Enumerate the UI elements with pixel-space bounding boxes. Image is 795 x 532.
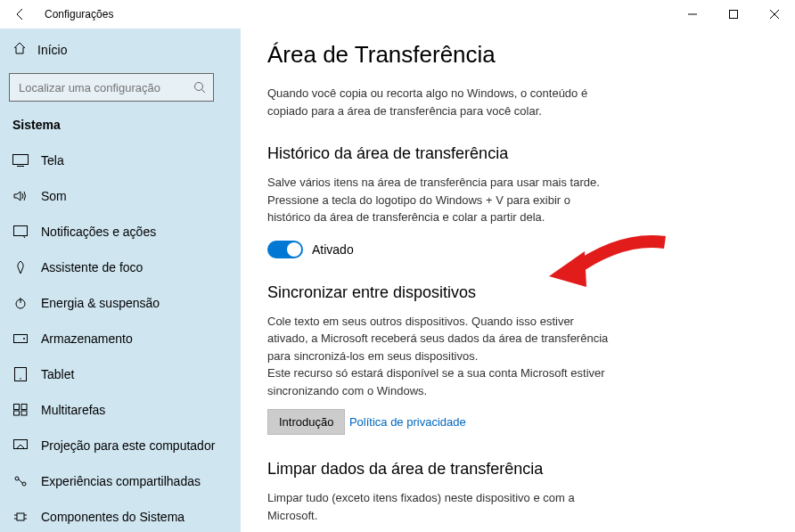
nav-label: Tablet	[41, 367, 74, 381]
svg-rect-6	[13, 155, 29, 165]
category-label: Sistema	[0, 112, 241, 143]
sync-desc1: Cole texto em seus outros dispositivos. …	[267, 313, 615, 365]
nav-label: Armazenamento	[41, 331, 133, 346]
page-title: Área de Transferência	[267, 41, 768, 69]
home-button[interactable]: Início	[0, 32, 241, 68]
nav-som[interactable]: Som	[0, 178, 241, 214]
nav-multitarefas[interactable]: Multitarefas	[0, 392, 241, 428]
project-icon	[12, 438, 29, 454]
power-icon	[12, 295, 29, 311]
close-button[interactable]	[754, 0, 795, 29]
nav-label: Tela	[41, 153, 64, 168]
back-button[interactable]	[12, 6, 29, 22]
svg-rect-11	[14, 335, 28, 343]
nav-energia[interactable]: Energia & suspensão	[0, 285, 241, 321]
storage-icon	[12, 331, 29, 347]
search-icon	[186, 81, 213, 94]
history-heading: Histórico da área de transferência	[267, 144, 768, 163]
home-label: Início	[37, 43, 67, 57]
history-toggle-label: Ativado	[312, 242, 354, 257]
nav-notificacoes[interactable]: Notificações e ações	[0, 214, 241, 250]
sync-desc2: Este recurso só estará disponível se a s…	[267, 364, 615, 399]
svg-rect-1	[730, 11, 738, 19]
nav-label: Som	[41, 189, 67, 203]
svg-point-4	[195, 83, 203, 91]
nav-label: Componentes do Sistema	[41, 510, 184, 524]
minimize-button[interactable]	[672, 0, 713, 29]
svg-point-14	[20, 378, 21, 380]
multitask-icon	[12, 402, 29, 418]
nav-label: Energia & suspensão	[41, 296, 160, 310]
sound-icon	[12, 188, 29, 204]
nav-tablet[interactable]: Tablet	[0, 356, 241, 392]
components-icon	[12, 509, 29, 525]
nav-list: Tela Som Notificações e ações Assistente…	[0, 143, 241, 532]
titlebar: Configurações	[0, 0, 795, 29]
nav-componentes[interactable]: Componentes do Sistema	[0, 499, 241, 532]
svg-rect-17	[14, 411, 20, 415]
intro-button[interactable]: Introdução	[267, 409, 345, 435]
svg-rect-18	[21, 411, 27, 415]
history-desc: Salve vários itens na área de transferên…	[267, 174, 615, 226]
focus-icon	[12, 259, 29, 275]
nav-assistente-foco[interactable]: Assistente de foco	[0, 250, 241, 285]
nav-label: Notificações e ações	[41, 225, 156, 239]
home-icon	[12, 41, 27, 59]
nav-label: Multitarefas	[41, 403, 105, 417]
sync-heading: Sincronizar entre dispositivos	[267, 283, 768, 302]
svg-point-20	[15, 477, 19, 480]
search-box[interactable]	[9, 73, 214, 102]
clear-heading: Limpar dados da área de transferência	[267, 460, 768, 479]
search-input[interactable]	[10, 81, 186, 94]
nav-label: Projeção para este computador	[41, 438, 215, 453]
window-title: Configurações	[45, 8, 113, 20]
history-toggle[interactable]	[267, 241, 303, 258]
nav-label: Experiências compartilhadas	[41, 474, 201, 488]
svg-rect-15	[14, 405, 20, 410]
maximize-button[interactable]	[713, 0, 754, 29]
intro-text: Quando você copia ou recorta algo no Win…	[267, 85, 615, 119]
nav-tela[interactable]: Tela	[0, 143, 241, 178]
shared-icon	[12, 473, 29, 489]
notifications-icon	[12, 224, 29, 240]
svg-rect-8	[14, 226, 28, 236]
nav-projecao[interactable]: Projeção para este computador	[0, 428, 241, 463]
display-icon	[12, 152, 29, 168]
nav-experiencias[interactable]: Experiências compartilhadas	[0, 463, 241, 499]
svg-rect-16	[21, 405, 27, 410]
content-pane: Área de Transferência Quando você copia …	[241, 29, 795, 532]
svg-point-12	[23, 338, 25, 340]
nav-label: Assistente de foco	[41, 260, 143, 274]
tablet-icon	[12, 366, 29, 382]
clear-desc: Limpar tudo (exceto itens fixados) neste…	[267, 489, 615, 524]
sidebar: Início Sistema Tela Som Notificações e a…	[0, 29, 241, 532]
privacy-link[interactable]: Política de privacidade	[349, 415, 466, 429]
svg-point-21	[22, 482, 26, 486]
nav-armazenamento[interactable]: Armazenamento	[0, 321, 241, 356]
svg-rect-23	[17, 513, 24, 520]
svg-line-5	[202, 90, 206, 94]
svg-line-22	[19, 479, 22, 483]
